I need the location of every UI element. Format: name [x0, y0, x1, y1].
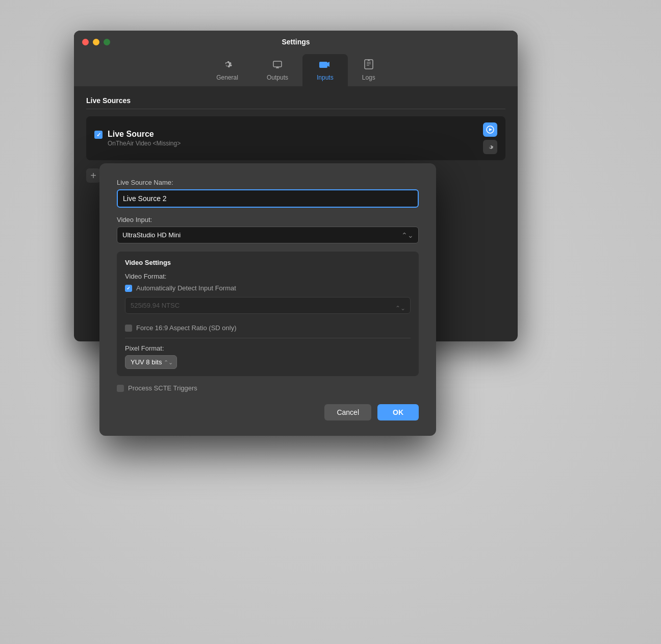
- tab-outputs[interactable]: Outputs: [252, 54, 302, 86]
- video-settings-box: Video Settings Video Format: Automatical…: [117, 252, 419, 376]
- video-input-select[interactable]: UltraStudio HD Mini: [117, 227, 419, 243]
- ok-button[interactable]: OK: [377, 404, 419, 420]
- live-source-info: Live Source OnTheAir Video <Missing>: [108, 130, 181, 147]
- pixel-format-label: Pixel Format:: [125, 344, 411, 352]
- maximize-button[interactable]: [104, 39, 110, 45]
- auto-detect-checkbox[interactable]: [125, 285, 132, 292]
- pixel-format-select-wrapper: YUV 8 bits ⌃⌄: [125, 355, 177, 369]
- camera-icon: [319, 59, 330, 71]
- scte-row: Process SCTE Triggers: [117, 384, 419, 392]
- video-input-select-wrapper: UltraStudio HD Mini ⌃⌄: [117, 227, 419, 243]
- logs-icon: [364, 59, 373, 71]
- svg-marker-9: [489, 128, 492, 131]
- gear-icon: [222, 59, 233, 71]
- video-format-label: Video Format:: [125, 273, 411, 280]
- auto-detect-row: Automatically Detect Input Format: [125, 284, 411, 292]
- live-source-checkbox[interactable]: [94, 131, 103, 139]
- play-icon-button[interactable]: [483, 122, 497, 137]
- outputs-icon: [272, 59, 283, 71]
- auto-detect-label: Automatically Detect Input Format: [136, 284, 236, 292]
- cancel-button[interactable]: Cancel: [324, 404, 371, 420]
- scte-label: Process SCTE Triggers: [128, 384, 197, 392]
- force-aspect-checkbox[interactable]: [125, 325, 132, 332]
- tab-inputs-label: Inputs: [317, 74, 334, 81]
- add-live-source-button[interactable]: +: [86, 168, 100, 183]
- tab-logs-label: Logs: [362, 74, 375, 81]
- live-source-item: Live Source OnTheAir Video <Missing>: [86, 116, 505, 160]
- svg-rect-0: [273, 61, 282, 67]
- minimize-button[interactable]: [93, 39, 99, 45]
- tab-bar: General Outputs: [192, 54, 399, 86]
- settings-divider: [125, 338, 411, 338]
- video-settings-title: Video Settings: [125, 259, 411, 266]
- window-controls: [82, 39, 110, 45]
- tab-general[interactable]: General: [202, 54, 252, 86]
- tab-logs[interactable]: Logs: [348, 54, 390, 86]
- scte-checkbox[interactable]: [117, 385, 124, 392]
- video-format-select: 525i59.94 NTSC: [125, 297, 411, 314]
- window-title: Settings: [282, 38, 310, 52]
- live-source-left: Live Source OnTheAir Video <Missing>: [94, 130, 181, 147]
- svg-rect-3: [365, 60, 373, 69]
- video-input-label: Video Input:: [117, 216, 419, 224]
- tab-inputs[interactable]: Inputs: [302, 54, 348, 86]
- title-bar: Settings General: [74, 31, 518, 86]
- force-aspect-label: Force 16:9 Aspect Ratio (SD only): [136, 324, 237, 332]
- name-field-label: Live Source Name:: [117, 179, 419, 186]
- live-source-name-input[interactable]: [117, 189, 419, 208]
- settings-icon-button[interactable]: [483, 140, 497, 154]
- tab-general-label: General: [216, 74, 238, 81]
- pixel-format-select[interactable]: YUV 8 bits: [125, 355, 177, 369]
- force-aspect-row: Force 16:9 Aspect Ratio (SD only): [125, 324, 411, 332]
- live-source-actions: [483, 122, 497, 154]
- tab-outputs-label: Outputs: [267, 74, 288, 81]
- dialog-panel: Live Source Name: Video Input: UltraStud…: [99, 163, 436, 436]
- dialog-buttons: Cancel OK: [117, 404, 419, 420]
- live-source-subtitle: OnTheAir Video <Missing>: [108, 140, 181, 147]
- live-source-name: Live Source: [108, 130, 181, 139]
- section-title: Live Sources: [86, 96, 505, 109]
- close-button[interactable]: [82, 39, 89, 45]
